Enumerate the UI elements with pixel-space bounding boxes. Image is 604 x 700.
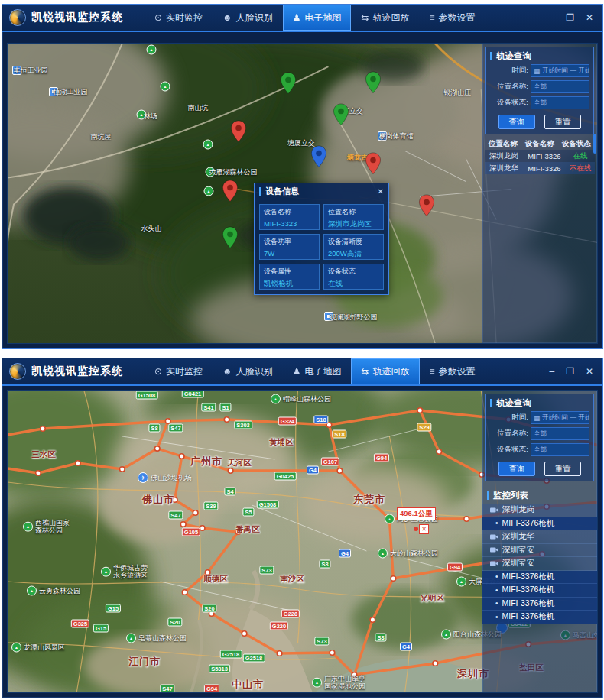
route-node: [326, 423, 332, 428]
bullet-icon: •: [495, 519, 498, 527]
list-item-label: 深圳宝安: [502, 545, 534, 556]
camera-icon: [490, 560, 498, 567]
close-button[interactable]: ✕: [586, 12, 593, 23]
route-node: [364, 495, 369, 501]
table-row[interactable]: 深圳龙华 MIFI-3326 不在线: [485, 162, 595, 174]
map-pin[interactable]: [280, 72, 297, 95]
map-pin[interactable]: [230, 120, 247, 143]
monitor-list-item[interactable]: • MIFI-3376枪机: [482, 598, 597, 611]
popup-close-icon[interactable]: ✕: [378, 187, 384, 196]
reset-button[interactable]: 重置: [544, 115, 581, 129]
monitor-list-item[interactable]: • 深圳宝安: [482, 557, 597, 571]
nav-tab[interactable]: ☻ 人脸识别: [213, 358, 283, 384]
nav-tab[interactable]: ♟ 电子地图: [283, 5, 352, 31]
app-title: 凯锐视讯监控系统: [31, 365, 123, 378]
route-node: [180, 522, 186, 527]
map-pin[interactable]: [418, 194, 435, 217]
tab-label: 参数设置: [439, 365, 476, 378]
cell-location: 深圳龙岗: [485, 151, 523, 161]
map-pin[interactable]: [365, 152, 382, 175]
location-select[interactable]: 全部: [531, 80, 589, 93]
scrollbar-thumb[interactable]: [593, 134, 596, 154]
time-range-input[interactable]: ▦ 开始时间 — 开始时间: [531, 411, 589, 424]
nav-tab[interactable]: ≡ 参数设置: [420, 358, 485, 384]
popup-field-label: 设备清晰度: [328, 237, 379, 247]
window-track-playback: 凯锐视讯监控系统 ⊙ 实时监控 ☻ 人脸识别 ♟ 电子地图 ⇆ 轨迹回放 ≡ 参…: [2, 358, 603, 698]
map-pin[interactable]: [222, 226, 239, 249]
popup-field: 设备状态 在线: [323, 264, 384, 290]
route-node: [193, 510, 198, 516]
status-select[interactable]: 全部: [531, 96, 589, 109]
plane-icon: ✈: [138, 472, 148, 483]
list-item-label: 深圳龙岗: [502, 504, 534, 515]
map-pin[interactable]: [310, 145, 327, 168]
monitor-list-item[interactable]: • 深圳龙岗: [482, 504, 597, 517]
popup-field-label: 设备功率: [264, 237, 315, 247]
track-query-panel: 轨迹查询 时间: ▦ 开始时间 — 开始时间 位置名称: 全部 设备状态:: [485, 47, 594, 134]
monitor-list-item[interactable]: • 深圳龙华: [482, 530, 597, 544]
route-node: [277, 651, 282, 656]
list-item-label: MIFI-3376枪机: [502, 518, 555, 529]
minimize-button[interactable]: –: [549, 366, 554, 377]
titlebar: 凯锐视讯监控系统 ⊙ 实时监控 ☻ 人脸识别 ♟ 电子地图 ⇆ 轨迹回放 ≡ 参…: [2, 5, 602, 31]
nav-tab[interactable]: ⊙ 实时监控: [145, 5, 213, 31]
nav-tab[interactable]: ⇆ 轨迹回放: [351, 358, 419, 384]
monitor-list-item[interactable]: • MIFI-3376枪机: [482, 517, 597, 531]
distance-badge: 496.1公里: [397, 507, 436, 520]
nav-tab[interactable]: ⇆ 轨迹回放: [351, 5, 419, 31]
tab-icon: ⊙: [154, 12, 162, 23]
tab-icon: ⊙: [154, 366, 162, 377]
time-placeholder: 开始时间 — 开始时间: [542, 413, 589, 423]
query-button[interactable]: 查询: [498, 115, 535, 129]
nav-tab[interactable]: ☻ 人脸识别: [213, 5, 283, 31]
time-label: 时间:: [490, 66, 528, 76]
route-line: [354, 519, 393, 675]
route-node: [209, 611, 214, 617]
cell-status: 在线: [566, 151, 595, 161]
route-node: [76, 461, 81, 466]
nav-tabs: ⊙ 实时监控 ☻ 人脸识别 ♟ 电子地图 ⇆ 轨迹回放 ≡ 参数设置: [145, 5, 485, 31]
table-row[interactable]: 深圳龙岗 MIFI-3326 在线: [485, 150, 595, 162]
close-button[interactable]: ✕: [586, 366, 593, 377]
route-node: [205, 570, 210, 575]
track-query-sidebar: 轨迹查询 时间: ▦ 开始时间 — 开始时间 位置名称: 全部 设备状态:: [482, 391, 597, 692]
route-node: [387, 517, 392, 522]
nav-tab[interactable]: ♟ 电子地图: [283, 358, 352, 384]
restore-button[interactable]: ❐: [566, 12, 574, 23]
route-node: [242, 631, 247, 637]
monitor-list-item[interactable]: • MIFI-3376枪机: [482, 571, 597, 585]
monitor-list-item[interactable]: • 深圳宝安: [482, 544, 597, 558]
status-select[interactable]: 全部: [531, 443, 589, 456]
bullet-icon: •: [495, 599, 498, 608]
time-range-input[interactable]: ▦ 开始时间 — 开始时间: [531, 64, 589, 77]
map-pin[interactable]: [222, 180, 239, 203]
camera-icon: [490, 533, 498, 540]
route-node: [417, 408, 423, 413]
popup-field-value: 深圳市龙岗区: [328, 219, 379, 229]
route-node: [228, 468, 233, 474]
tab-label: 人脸识别: [236, 11, 273, 24]
popup-field: 位置名称 深圳市龙岗区: [323, 204, 384, 230]
query-button[interactable]: 查询: [498, 462, 535, 476]
reset-button[interactable]: 重置: [544, 462, 581, 476]
tab-label: 人脸识别: [236, 365, 273, 378]
popup-accent: [259, 187, 261, 196]
route-node: [179, 454, 184, 459]
device-table: 位置名称设备名称设备状态 深圳龙岗 MIFI-3326 在线 深圳龙华 MIFI…: [485, 138, 595, 174]
tab-icon: ≡: [430, 12, 435, 23]
route-line: [185, 532, 239, 614]
tab-label: 轨迹回放: [373, 11, 410, 24]
minimize-button[interactable]: –: [549, 12, 554, 23]
monitor-list-item[interactable]: • MIFI-3376枪机: [482, 584, 597, 598]
list-item-label: MIFI-3376枪机: [502, 611, 555, 622]
restore-button[interactable]: ❐: [566, 366, 574, 377]
status-label: 设备状态:: [490, 98, 528, 108]
map-pin[interactable]: [333, 103, 349, 126]
location-select[interactable]: 全部: [531, 427, 589, 440]
nav-tab[interactable]: ≡ 参数设置: [420, 5, 485, 31]
popup-field-label: 设备名称: [264, 207, 315, 217]
titlebar-accent: [2, 384, 602, 386]
monitor-list-item[interactable]: • MIFI-3376枪机: [482, 611, 597, 624]
nav-tab[interactable]: ⊙ 实时监控: [145, 358, 213, 384]
map-pin[interactable]: [365, 71, 382, 94]
